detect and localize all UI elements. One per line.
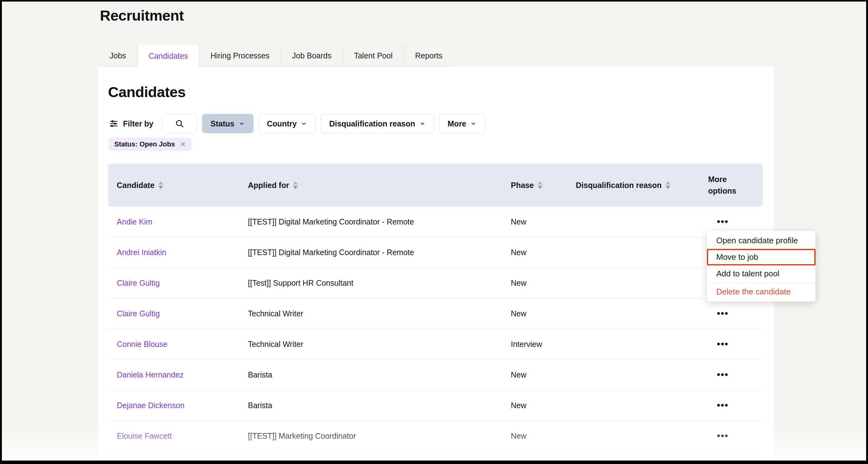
column-header-disqualification-reason[interactable]: Disqualification reason <box>576 181 708 190</box>
filter-country-label: Country <box>267 119 297 128</box>
chevron-down-icon <box>238 120 245 127</box>
filter-more-label: More <box>448 119 466 128</box>
applied-for-cell: Barista <box>248 370 511 379</box>
more-options-button[interactable]: ••• <box>717 401 729 410</box>
applied-for-cell: Barista <box>248 401 511 410</box>
sort-icon[interactable] <box>293 181 298 189</box>
close-icon[interactable]: ✕ <box>180 140 186 149</box>
candidate-link[interactable]: Andie Kim <box>117 217 152 226</box>
phase-cell: New <box>511 217 576 226</box>
filter-disqualification-reason-label: Disqualification reason <box>329 119 415 128</box>
phase-cell: New <box>511 248 576 257</box>
column-header-phase[interactable]: Phase <box>511 181 576 190</box>
menu-divider <box>707 283 815 283</box>
table-row: Claire Gultig [[Test]] Support HR Consul… <box>108 268 763 299</box>
applied-for-cell: [[Test]] Support HR Consultant <box>248 279 511 287</box>
menu-item-open-candidate-profile[interactable]: Open candidate profile <box>707 232 815 249</box>
column-header-more-options: More options <box>708 174 763 197</box>
content-panel: Candidates Filter by Status <box>98 66 774 464</box>
phase-cell: New <box>511 309 576 318</box>
applied-for-cell: [[TEST]] Digital Marketing Coordinator -… <box>248 248 511 257</box>
column-header-applied-for[interactable]: Applied for <box>248 181 511 190</box>
table-row: Dejanae Dickenson Barista New ••• <box>108 390 763 421</box>
tab-candidates[interactable]: Candidates <box>138 44 199 67</box>
sort-icon[interactable] <box>665 181 670 189</box>
table-row: Claire Gultig Technical Writer New ••• <box>108 299 763 329</box>
chevron-down-icon <box>300 120 307 127</box>
menu-item-move-to-job[interactable]: Move to job <box>707 249 815 266</box>
filter-toolbar: Filter by Status Country Disqualificatio… <box>108 114 485 133</box>
tab-bar: Jobs Candidates Hiring Processes Job Boa… <box>99 44 453 67</box>
filter-more-button[interactable]: More <box>439 114 486 133</box>
candidate-link[interactable]: Dejanae Dickenson <box>117 401 185 410</box>
tab-reports[interactable]: Reports <box>404 44 453 67</box>
column-label: Candidate <box>117 181 155 190</box>
tab-talent-pool[interactable]: Talent Pool <box>343 44 404 67</box>
candidate-link[interactable]: Elouise Fawcett <box>117 432 172 440</box>
candidate-link[interactable]: Daniela Hernandez <box>117 370 184 379</box>
applied-for-cell: Technical Writer <box>248 309 511 318</box>
phase-cell: New <box>511 370 576 379</box>
column-label: More options <box>708 174 749 197</box>
candidates-table: Candidate Applied for Phase Disqualifica… <box>108 164 763 452</box>
applied-for-cell: [[TEST]] Digital Marketing Coordinator -… <box>248 217 511 226</box>
tab-job-boards[interactable]: Job Boards <box>281 44 342 67</box>
table-row: Andie Kim [[TEST]] Digital Marketing Coo… <box>108 207 763 237</box>
chevron-down-icon <box>470 120 477 127</box>
applied-for-cell: Technical Writer <box>248 340 511 349</box>
phase-cell: Interview <box>511 340 576 349</box>
chevron-down-icon <box>419 120 426 127</box>
filter-status-label: Status <box>211 119 234 128</box>
more-options-button[interactable]: ••• <box>717 370 729 379</box>
sort-icon[interactable] <box>538 181 542 189</box>
search-icon <box>175 119 184 128</box>
column-label: Applied for <box>248 181 289 190</box>
table-row: Andrei Iniatkin [[TEST]] Digital Marketi… <box>108 237 763 268</box>
search-button[interactable] <box>162 114 197 133</box>
filter-by: Filter by <box>108 119 153 129</box>
filter-by-label: Filter by <box>123 119 153 128</box>
table-body: Andie Kim [[TEST]] Digital Marketing Coo… <box>108 207 763 452</box>
filter-status-button[interactable]: Status <box>202 114 253 133</box>
phase-cell: New <box>511 279 576 287</box>
filter-sliders-icon <box>108 119 119 129</box>
phase-cell: New <box>511 432 576 441</box>
more-options-button[interactable]: ••• <box>717 339 729 349</box>
more-options-button[interactable]: ••• <box>717 217 729 226</box>
page-title: Recruitment <box>100 7 184 24</box>
context-menu: Open candidate profile Move to job Add t… <box>707 231 815 302</box>
candidate-link[interactable]: Claire Gultig <box>117 309 160 318</box>
section-heading: Candidates <box>108 83 185 100</box>
phase-cell: New <box>511 401 576 410</box>
candidate-link[interactable]: Andrei Iniatkin <box>117 248 166 257</box>
tab-hiring-processes[interactable]: Hiring Processes <box>199 44 280 67</box>
tab-jobs[interactable]: Jobs <box>99 44 137 67</box>
more-options-button[interactable]: ••• <box>717 309 729 318</box>
chip-label: Status: Open Jobs <box>114 140 175 148</box>
active-filter-chip[interactable]: Status: Open Jobs ✕ <box>108 138 192 151</box>
candidate-link[interactable]: Claire Gultig <box>117 279 160 287</box>
column-label: Phase <box>511 181 534 190</box>
applied-for-cell: [[TEST]] Marketing Coordinator <box>248 432 511 441</box>
table-row: Daniela Hernandez Barista New ••• <box>108 360 763 390</box>
sort-icon[interactable] <box>158 181 163 189</box>
candidate-link[interactable]: Connie Blouse <box>117 340 168 348</box>
menu-item-add-to-talent-pool[interactable]: Add to talent pool <box>707 266 815 282</box>
column-header-candidate[interactable]: Candidate <box>108 181 248 190</box>
menu-item-delete-the-candidate[interactable]: Delete the candidate <box>707 283 815 300</box>
table-row: Elouise Fawcett [[TEST]] Marketing Coord… <box>108 421 763 452</box>
table-row: Connie Blouse Technical Writer Interview… <box>108 329 763 360</box>
more-options-button[interactable]: ••• <box>717 431 729 441</box>
filter-disqualification-reason-button[interactable]: Disqualification reason <box>321 114 434 133</box>
column-label: Disqualification reason <box>576 181 662 190</box>
table-header: Candidate Applied for Phase Disqualifica… <box>108 164 763 207</box>
active-filters: Status: Open Jobs ✕ <box>108 138 192 151</box>
filter-country-button[interactable]: Country <box>258 114 316 133</box>
